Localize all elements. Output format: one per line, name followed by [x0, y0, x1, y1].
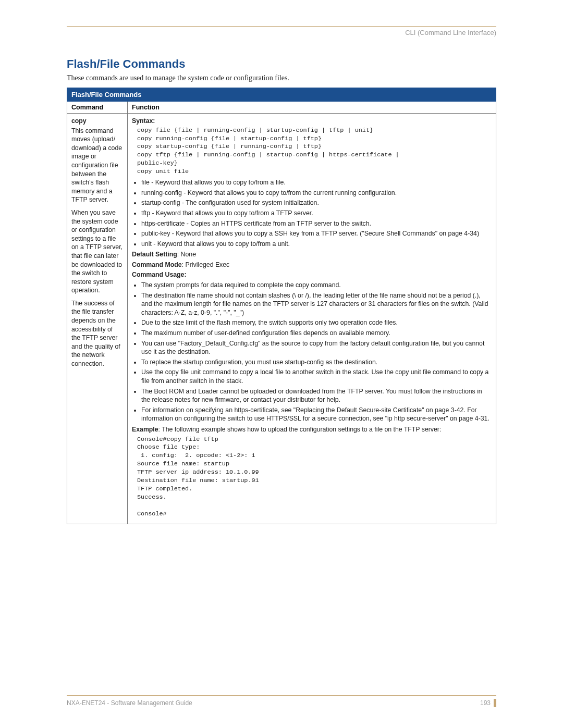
command-desc-p3: The success of the file transfer depends… — [71, 299, 123, 368]
table-row: copy This command moves (upload/ downloa… — [67, 114, 496, 524]
footer-left: NXA-ENET24 - Software Management Guide — [67, 699, 192, 707]
list-item: Due to the size limit of the flash memor… — [141, 318, 492, 327]
list-item: https-certificate - Copies an HTTPS cert… — [141, 219, 492, 228]
list-item: tftp - Keyword that allows you to copy t… — [141, 209, 492, 218]
page-content: CLI (Command Line Interface) Flash/File … — [0, 0, 563, 728]
list-item: To replace the startup configuration, yo… — [141, 358, 492, 367]
section-title: Flash/File Commands — [67, 57, 496, 71]
list-item: unit - Keyword that allows you to copy t… — [141, 240, 492, 249]
list-item: running-config - Keyword that allows you… — [141, 189, 492, 198]
table-title: Flash/File Commands — [67, 88, 496, 102]
list-item: You can use "Factory_Default_Config.cfg"… — [141, 339, 492, 356]
keyword-list: file - Keyword that allows you to copy t… — [132, 178, 492, 248]
list-item: The maximum number of user-defined confi… — [141, 329, 492, 338]
command-mode: Command Mode: Privileged Exec — [132, 261, 492, 269]
example-block: Console#copy file tftp Choose file type:… — [137, 436, 492, 519]
function-cell: Syntax: copy file {file | running-config… — [128, 114, 496, 524]
col-function-header: Function — [128, 102, 496, 114]
list-item: For information on specifying an https-c… — [141, 406, 492, 423]
list-item: startup-config - The configuration used … — [141, 199, 492, 207]
syntax-block: copy file {file | running-config | start… — [137, 127, 492, 177]
command-cell: copy This command moves (upload/ downloa… — [67, 114, 128, 524]
top-rule — [67, 26, 496, 27]
page-footer: NXA-ENET24 - Software Management Guide 1… — [67, 695, 496, 707]
command-desc-p1: This command moves (upload/ download) a … — [71, 127, 123, 204]
table-header-row: Command Function — [67, 102, 496, 114]
command-desc-p2: When you save the system code or configu… — [71, 208, 123, 295]
list-item: public-key - Keyword that allows you to … — [141, 229, 492, 238]
list-item: The Boot ROM and Loader cannot be upload… — [141, 387, 492, 404]
syntax-label: Syntax: — [132, 117, 155, 125]
intro-text: These commands are used to manage the sy… — [67, 74, 496, 82]
breadcrumb: CLI (Command Line Interface) — [67, 29, 496, 36]
command-name: copy — [71, 117, 123, 126]
page-bar-icon — [494, 699, 496, 707]
list-item: file - Keyword that allows you to copy t… — [141, 178, 492, 187]
usage-list: The system prompts for data required to … — [132, 281, 492, 423]
list-item: Use the copy file unit command to copy a… — [141, 368, 492, 385]
list-item: The system prompts for data required to … — [141, 281, 492, 290]
table-title-row: Flash/File Commands — [67, 88, 496, 102]
list-item: The destination file name should not con… — [141, 291, 492, 317]
command-description: This command moves (upload/ download) a … — [71, 127, 123, 368]
example-line: Example: The following example shows how… — [132, 425, 492, 434]
page-number: 193 — [480, 699, 496, 707]
commands-table: Flash/File Commands Command Function cop… — [67, 88, 496, 524]
command-usage-label: Command Usage: — [132, 270, 492, 279]
default-setting: Default Setting: None — [132, 250, 492, 259]
col-command-header: Command — [67, 102, 128, 114]
